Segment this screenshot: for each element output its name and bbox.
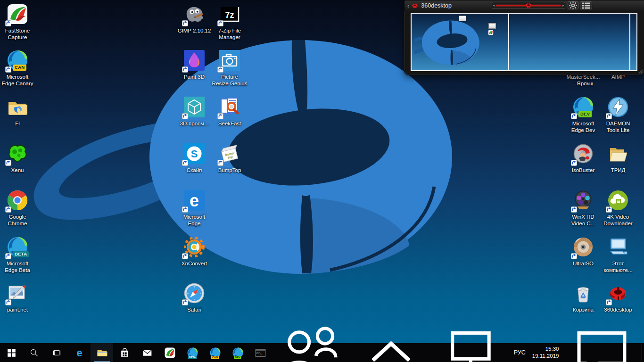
clock[interactable]: 15:30 19.11.2019 [529,343,562,362]
desktop-icon-faststone-capture[interactable]: FastStoneCapture [0,3,35,41]
shortcut-arrow-icon [606,299,612,305]
pan-slider-track[interactable] [496,2,561,8]
desktop-icon-fl-folder[interactable]: Fl [0,96,35,127]
desktop-icon-xenu[interactable]: Xenu [0,142,35,173]
network-button[interactable] [431,343,511,362]
task-view-icon [52,348,62,358]
desktop-icon-gimp[interactable]: GIMP 2.10.12 [176,3,212,34]
shortcut-arrow-icon [217,66,223,72]
desktop-icon-google-chrome[interactable]: GoogleChrome [0,189,35,227]
desktop-icon-microsoft-edge[interactable]: e MicrosoftEdge [176,189,212,227]
safari-icon [183,282,206,304]
taskbar-store-button[interactable] [113,343,136,362]
shortcut-arrow-icon [182,159,188,165]
pan-slider[interactable] [492,2,565,9]
desktop-icon-paint-net[interactable]: paint.net [0,282,35,313]
taskbar-cmd-button[interactable]: C:\_ [249,343,272,362]
slider-right-arrow-icon[interactable] [561,2,565,8]
cmd-icon: C:\_ [255,347,266,359]
slider-left-arrow-icon[interactable] [492,2,496,8]
action-center-icon [565,316,638,362]
pan-slider-knob[interactable] [525,1,533,9]
tray-overflow-button[interactable] [351,343,431,362]
action-center-button[interactable] [562,343,642,362]
desktop-icon-winx-hd-video[interactable]: WinX HDVideo C... [565,189,601,227]
shortcut-arrow-icon [182,66,188,72]
settings-button[interactable] [568,1,578,9]
desktop-icon-microsoft-edge-canary[interactable]: CANMicrosoftEdge Canary [0,49,35,87]
desktop-icon-ultraiso[interactable]: UltraISO [565,236,601,267]
shortcut-arrow-icon [182,299,188,305]
3d-viewer-icon [183,96,206,118]
language-indicator[interactable]: РУС [511,343,529,362]
desktop-icon-skype[interactable]: S Скайп [176,142,212,173]
icon-label: WinX HDVideo C... [565,214,601,227]
channel-badge: BETA [188,356,197,359]
faststone-capture-icon [6,3,29,25]
people-button[interactable] [272,343,351,362]
isobuster-icon [572,142,594,165]
shortcut-arrow-icon [5,299,11,305]
taskbar-mail-button[interactable] [136,343,158,362]
taskbar-edge-legacy-button[interactable]: e [68,343,91,362]
layout-button[interactable] [580,1,592,9]
taskbar-search-button[interactable] [23,343,45,362]
svg-text:e: e [190,191,199,210]
channel-badge: BETA [13,251,29,257]
icon-label: Этоткомпьюте... [600,260,636,273]
desktop-icon-this-pc[interactable]: Этоткомпьюте... [600,236,636,273]
gimp-icon [183,3,206,25]
xenu-icon [6,142,29,165]
microsoft-edge-icon: e [183,189,206,212]
desktop-icon-daemon-tools-lite[interactable]: DAEMONTools Lite [600,96,636,133]
desktop-icon-xnconvert[interactable]: XnConvert [176,236,212,267]
icon-label: FastStoneCapture [0,27,35,41]
desktop-icon-bumptop[interactable]: bump top BumpTop [212,142,248,173]
taskbar-edge-beta-button[interactable]: BETA [181,343,204,362]
icon-label: 360desktop [600,306,636,313]
google-chrome-icon [6,189,29,212]
clock-date: 19.11.2019 [532,353,559,360]
xnconvert-icon [183,236,206,258]
desktop-icon-isobuster[interactable]: IsoBuster [565,142,601,173]
icon-label: Xenu [0,167,35,173]
show-desktop-button[interactable] [642,343,644,362]
this-pc-icon [607,236,629,258]
360desktop-icon [607,282,629,304]
desktop-icon-7zip-file-manager[interactable]: 7z 7-Zip FileManager [212,3,248,41]
resize-grip[interactable] [638,69,643,74]
channel-badge: CAN [13,65,26,71]
taskbar-edge-dev-button[interactable]: DEV [226,343,249,362]
icon-label: Safari [176,306,212,313]
search-icon [29,348,39,358]
layout-grid-icon [580,0,592,11]
ultraiso-icon [572,236,594,258]
shortcut-arrow-icon [217,20,223,26]
icon-label: 3D-просм... [176,120,212,127]
desktop-icon-trid-folder[interactable]: ТРИД [600,142,636,173]
desktop-icon-recycle-bin[interactable]: Корзина [565,282,601,313]
icon-label: ТРИД [600,167,636,173]
taskbar-task-view-button[interactable] [45,343,68,362]
icon-label: GIMP 2.10.12 [176,27,212,34]
taskbar-faststone-button[interactable] [158,343,181,362]
360desktop-titlebar[interactable]: ‹ 360desktop [405,0,644,11]
panorama-preview[interactable] [411,13,637,71]
paint-3d-icon [183,49,206,72]
collapse-arrow-icon[interactable]: ‹ [407,2,409,9]
desktop-icon-picture-resize-genius[interactable]: PictureResize Genius [212,49,248,87]
desktop-icon-4k-video-downloader[interactable]: 4K VideoDownloader [600,189,636,227]
desktop-icon-safari[interactable]: Safari [176,282,212,313]
taskbar-start-button[interactable] [0,343,23,362]
desktop-icon-seekfast[interactable]: SeekFast [212,96,248,127]
desktop-icon-360desktop[interactable]: 360desktop [600,282,636,313]
desktop-icon-paint-3d[interactable]: Paint 3D [176,49,212,80]
taskbar-file-explorer-button[interactable] [91,343,113,362]
taskbar-edge-canary-button[interactable]: CAN [204,343,226,362]
desktop-icon-microsoft-edge-beta[interactable]: BETAMicrosoftEdge Beta [0,236,35,273]
chevron-up-icon [355,316,428,362]
desktop-icon-microsoft-edge-dev[interactable]: DEVMicrosoftEdge Dev [565,96,601,133]
shortcut-arrow-icon [5,66,11,72]
desktop-icon-3d-viewer[interactable]: 3D-просм... [176,96,212,127]
shortcut-arrow-icon [217,113,223,119]
